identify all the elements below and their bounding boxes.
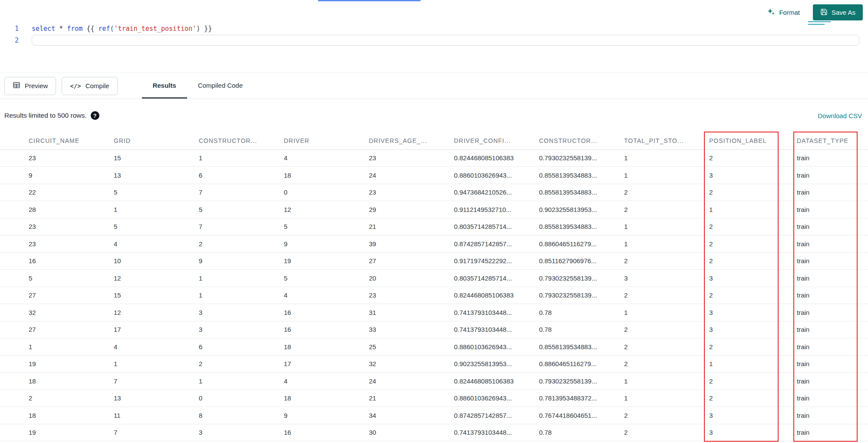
table-cell: 24 <box>369 167 454 184</box>
table-cell: 0.8860465116279... <box>539 355 624 373</box>
table-cell: 28 <box>0 201 114 218</box>
table-cell: 7 <box>114 373 199 390</box>
table-cell: 0.7930232558139... <box>539 287 624 304</box>
table-cell: 4 <box>284 287 369 304</box>
table-cell: train <box>797 218 868 235</box>
table-cell: train <box>797 167 868 184</box>
tab-results-label: Results <box>153 82 176 89</box>
table-row: 191217320.9023255813953...0.886046511627… <box>0 355 868 373</box>
table-cell: 0.8742857142857... <box>454 235 539 253</box>
table-cell: 3 <box>709 424 797 441</box>
save-as-label: Save As <box>832 9 855 16</box>
save-as-button[interactable]: Save As <box>813 4 863 20</box>
column-header: POSITION_LABEL <box>709 132 797 149</box>
table-cell: 3 <box>709 304 797 321</box>
table-row: 281512290.9112149532710...0.902325581395… <box>0 201 868 218</box>
table-cell: 20 <box>369 270 454 287</box>
table-cell: train <box>797 184 868 201</box>
table-cell: train <box>797 304 868 321</box>
table-cell: 0.8035714285714... <box>454 270 539 287</box>
results-table: CIRCUIT_NAMEGRIDCONSTRUCTOR...DRIVERDRIV… <box>0 132 868 441</box>
code-line-2[interactable]: 2 <box>0 34 868 46</box>
table-grid-icon <box>13 81 20 90</box>
table-cell: 2 <box>624 424 709 441</box>
table-cell: 3 <box>709 270 797 287</box>
table-cell: 0.78 <box>539 321 624 338</box>
table-cell: train <box>797 321 868 338</box>
table-row: 913618240.8860103626943...0.855813953488… <box>0 167 868 184</box>
table-cell: 25 <box>369 338 454 356</box>
table-cell: 10 <box>114 252 199 270</box>
table-cell: 1 <box>624 304 709 321</box>
table-cell: train <box>797 287 868 304</box>
table-cell: train <box>797 407 868 424</box>
table-cell: 0.8511627906976... <box>539 252 624 270</box>
table-cell: 15 <box>114 287 199 304</box>
table-cell: 0.78 <box>539 424 624 441</box>
table-cell: 0.9473684210526... <box>454 184 539 201</box>
table-cell: 39 <box>369 235 454 253</box>
table-cell: 9 <box>0 167 114 184</box>
compile-label: Compile <box>85 82 109 89</box>
table-cell: 9 <box>284 407 369 424</box>
table-cell: 1 <box>624 235 709 253</box>
code-line-1[interactable]: 1 select * from {{ ref('train_test_posit… <box>0 23 868 34</box>
download-csv-link[interactable]: Download CSV <box>818 112 862 119</box>
table-cell: 0.7413793103448... <box>454 424 539 441</box>
table-row: 23429390.8742857142857...0.8860465116279… <box>0 235 868 253</box>
table-header: CIRCUIT_NAMEGRIDCONSTRUCTOR...DRIVERDRIV… <box>0 132 868 149</box>
table-cell: 21 <box>369 218 454 235</box>
table-row: 197316300.7413793103448...0.7823train <box>0 424 868 441</box>
table-cell: 0 <box>199 390 284 407</box>
tab-compiled-code[interactable]: Compiled Code <box>187 73 253 99</box>
table-cell: 1 <box>114 201 199 218</box>
tab-results[interactable]: Results <box>142 73 187 99</box>
table-cell: train <box>797 149 868 167</box>
table-cell: 0.9023255813953... <box>454 355 539 373</box>
table-cell: 15 <box>114 149 199 167</box>
table-cell: 19 <box>0 355 114 373</box>
table-cell: 0.9171974522292... <box>454 252 539 270</box>
table-cell: 30 <box>369 424 454 441</box>
table-cell: 23 <box>0 218 114 235</box>
table-cell: 16 <box>284 424 369 441</box>
table-row: 271514230.8244680851063830.7930232558139… <box>0 287 868 304</box>
column-header: DRIVER_CONFI... <box>454 132 539 149</box>
table-cell: 2 <box>709 287 797 304</box>
table-cell: 4 <box>114 338 199 356</box>
table-cell: 18 <box>284 338 369 356</box>
table-cell: 0.8860103626943... <box>454 338 539 356</box>
table-cell: 0.9112149532710... <box>454 201 539 218</box>
table-cell: train <box>797 235 868 253</box>
table-cell: 0.824468085106383 <box>454 373 539 390</box>
help-icon[interactable]: ? <box>91 111 99 120</box>
format-button[interactable]: Format <box>767 8 800 17</box>
table-cell: 7 <box>199 184 284 201</box>
table-cell: 1 <box>199 149 284 167</box>
table-cell: 2 <box>709 252 797 270</box>
table-cell: 0.7930232558139... <box>539 373 624 390</box>
result-tabs: Results Compiled Code <box>142 73 254 99</box>
table-cell: 9 <box>284 235 369 253</box>
table-cell: 0.8558139534883... <box>539 167 624 184</box>
table-cell: 3 <box>709 321 797 338</box>
table-cell: 2 <box>0 390 114 407</box>
compile-button[interactable]: </> Compile <box>62 77 117 95</box>
code-editor[interactable]: Format Save As 1 select * from {{ ref('t… <box>0 0 868 73</box>
table-cell: 6 <box>199 338 284 356</box>
table-row: 14618250.8860103626943...0.8558139534883… <box>0 338 868 356</box>
table-cell: 2 <box>709 149 797 167</box>
table-cell: 18 <box>0 373 114 390</box>
table-row: 18714240.8244680851063830.7930232558139.… <box>0 373 868 390</box>
sparkles-icon <box>767 8 775 17</box>
line-number: 2 <box>0 36 19 44</box>
table-cell: 5 <box>284 270 369 287</box>
table-row: 213018210.8860103626943...0.781395348837… <box>0 390 868 407</box>
table-cell: 18 <box>0 407 114 424</box>
table-cell: train <box>797 424 868 441</box>
code-token <box>63 25 67 33</box>
table-row: 3212316310.7413793103448...0.7813train <box>0 304 868 321</box>
table-cell: 23 <box>369 149 454 167</box>
preview-button[interactable]: Preview <box>4 77 56 95</box>
table-cell: 2 <box>624 338 709 356</box>
